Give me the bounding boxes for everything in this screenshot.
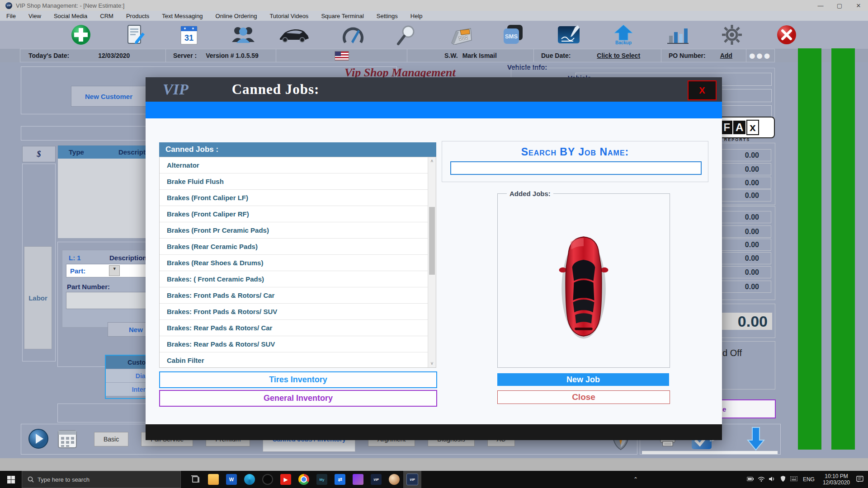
tires-inventory-button[interactable]: Tires Inventory: [159, 371, 437, 388]
canned-job-item[interactable]: Brake Fluid Flush: [160, 174, 428, 190]
menu-item[interactable]: CRM: [94, 13, 120, 19]
edit-estimate-icon[interactable]: [123, 24, 148, 46]
menu-item[interactable]: Square Terminal: [315, 13, 370, 19]
photos-icon[interactable]: [349, 471, 367, 488]
added-jobs-group: Added Jobs:: [497, 193, 670, 368]
menu-item[interactable]: Online Ordering: [209, 13, 264, 19]
fax-icon[interactable]: [448, 24, 474, 46]
search-group: Search BY Job Name:: [442, 141, 708, 182]
download-arrow-icon[interactable]: [747, 427, 765, 453]
service-tab[interactable]: Basic: [94, 432, 128, 446]
canned-jobs-rows: AlternatorBrake Fluid FlushBrakes (Front…: [160, 157, 428, 368]
signed-off-label: d Off: [722, 348, 742, 358]
task-view-icon[interactable]: [186, 471, 204, 488]
line-number-label: L: 1: [69, 254, 81, 262]
menu-item[interactable]: Help: [404, 13, 429, 19]
canned-job-item[interactable]: Brakes (Front Pr Ceramic Pads): [160, 222, 428, 239]
menu-item[interactable]: File: [0, 13, 22, 19]
vip-icon[interactable]: VIP: [367, 471, 385, 488]
obs-icon[interactable]: [259, 471, 277, 488]
word-icon[interactable]: W: [222, 471, 241, 488]
paint-icon[interactable]: [385, 471, 403, 488]
language-indicator[interactable]: ENG: [803, 476, 815, 483]
search-icon[interactable]: [394, 24, 419, 46]
new-estimate-icon[interactable]: [68, 24, 94, 46]
customers-icon[interactable]: [231, 24, 256, 46]
canned-job-item[interactable]: Brakes: Front Pads & Rotors/ Car: [160, 287, 428, 304]
green-bar-left: [798, 48, 821, 450]
part-dropdown-arrow[interactable]: ▾: [109, 265, 120, 276]
exit-icon[interactable]: [774, 24, 799, 46]
labor-button[interactable]: Labor: [24, 246, 52, 349]
canned-job-item[interactable]: Alternator: [160, 157, 428, 174]
canned-job-item[interactable]: Brakes: Rear Pads & Rotors/ SUV: [160, 336, 428, 352]
settings-gear-icon[interactable]: [719, 24, 745, 46]
new-job-button[interactable]: New Job: [497, 373, 669, 386]
maximize-button[interactable]: ▢: [830, 0, 849, 11]
po-add-link[interactable]: Add: [720, 52, 732, 59]
mysql-icon[interactable]: My: [313, 471, 331, 488]
menu-item[interactable]: Settings: [370, 13, 404, 19]
clock[interactable]: 10:10 PM 12/03/2020: [823, 473, 850, 486]
scroll-down-icon[interactable]: ˅: [428, 360, 436, 367]
modal-close-action-button[interactable]: Close: [497, 390, 670, 404]
scrollbar-thumb[interactable]: [429, 207, 435, 275]
close-button[interactable]: ✕: [849, 0, 868, 11]
job-search-input[interactable]: [450, 161, 702, 175]
canned-job-item[interactable]: Brakes: Rear Pads & Rotors/ Car: [160, 320, 428, 336]
start-button[interactable]: [0, 471, 22, 488]
list-scrollbar[interactable]: ˄ ˅: [428, 157, 436, 367]
taskbar: Type here to search W ▶ My ⇄ VIP VIP ⌃ E…: [0, 471, 868, 488]
menu-item[interactable]: Text Messaging: [156, 13, 209, 19]
play-button[interactable]: [28, 428, 49, 451]
taskbar-search[interactable]: Type here to search: [22, 471, 181, 488]
sms-icon[interactable]: SMS: [500, 24, 526, 46]
tray-chevron-icon[interactable]: ⌃: [630, 476, 641, 483]
menu-item[interactable]: Social Media: [47, 13, 94, 19]
minimize-button[interactable]: —: [811, 0, 830, 11]
youtube-icon[interactable]: ▶: [277, 471, 295, 488]
touch-keyboard-icon[interactable]: [788, 476, 799, 483]
canned-job-item[interactable]: Brakes: ( Front Ceramic Pads): [160, 271, 428, 287]
dialog-close-button[interactable]: X: [688, 80, 717, 100]
canned-jobs-list-header: Canned Jobs :: [159, 142, 436, 157]
menu-item[interactable]: Products: [120, 13, 156, 19]
canned-job-item[interactable]: Brakes (Rear Ceramic Pads): [160, 239, 428, 255]
volume-icon[interactable]: [767, 476, 778, 483]
canned-job-item[interactable]: Brakes (Rear Shoes & Drums): [160, 255, 428, 271]
menu-item[interactable]: Tutorial Videos: [263, 13, 315, 19]
canned-job-item[interactable]: Brakes (Front Caliper LF): [160, 190, 428, 206]
schedule-calendar-icon[interactable]: [57, 428, 78, 451]
dashboard-gauge-icon[interactable]: [340, 24, 366, 46]
reports-chart-icon[interactable]: [665, 24, 690, 46]
vehicles-icon[interactable]: [281, 24, 307, 46]
today-date-value: 12/03/2020: [98, 52, 130, 59]
battery-icon[interactable]: [745, 476, 756, 483]
title-bar: VIP VIP Shop Management: - [New Estimate…: [0, 0, 868, 11]
more-options-button[interactable]: ⬤⬤⬤: [750, 53, 772, 59]
canned-job-item[interactable]: Brakes (Front Caliper RF): [160, 206, 428, 222]
menu-item[interactable]: View: [22, 13, 47, 19]
general-inventory-button[interactable]: General Inventory: [159, 390, 437, 407]
chrome-icon[interactable]: [295, 471, 313, 488]
canned-job-item[interactable]: Cabin Filter: [160, 352, 428, 368]
backup-icon[interactable]: Backup: [611, 24, 636, 46]
signature-icon[interactable]: [556, 24, 581, 46]
new-customer-button[interactable]: New Customer: [71, 86, 146, 107]
vip-active-icon[interactable]: VIP: [403, 471, 421, 488]
scroll-up-icon[interactable]: ˄: [428, 157, 436, 165]
wifi-icon[interactable]: [756, 476, 767, 483]
notification-icon[interactable]: [854, 476, 865, 483]
canned-job-item[interactable]: Brakes: Front Pads & Rotors/ SUV: [160, 304, 428, 320]
service-writer-value: Mark Ismail: [462, 52, 497, 59]
edge-icon[interactable]: [241, 471, 259, 488]
menu-bar: FileViewSocial MediaCRMProductsText Mess…: [0, 11, 868, 21]
dollar-button[interactable]: $: [22, 146, 56, 162]
teamviewer-icon[interactable]: ⇄: [331, 471, 349, 488]
due-date-link[interactable]: Click to Select: [597, 52, 640, 59]
red-car-image: [556, 232, 611, 343]
security-shield-icon[interactable]: [778, 476, 788, 483]
description-label: Description: [109, 254, 147, 262]
explorer-icon[interactable]: [204, 471, 222, 488]
calendar-icon[interactable]: 31: [176, 24, 202, 46]
